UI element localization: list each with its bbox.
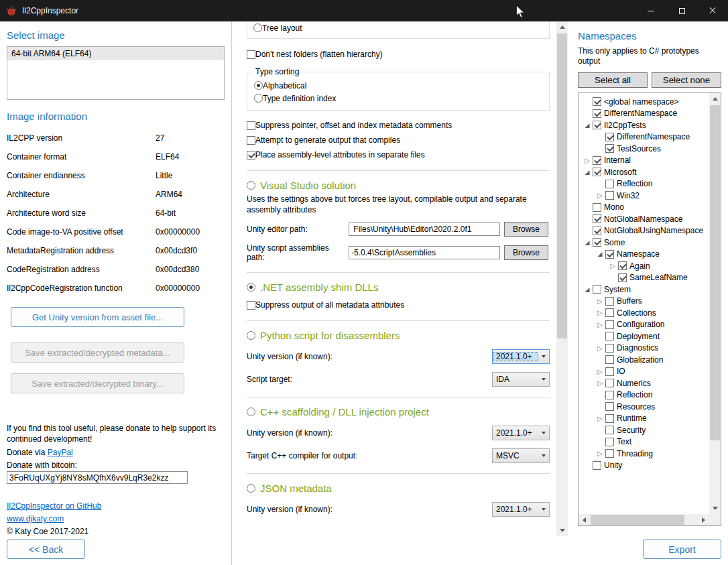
back-button[interactable]: << Back	[7, 540, 85, 559]
tree-checkbox[interactable]	[605, 414, 614, 423]
website-link[interactable]: www.djkaty.com	[7, 514, 64, 523]
tree-checkbox[interactable]	[605, 308, 614, 317]
tree-row[interactable]: System	[581, 284, 709, 296]
tree-checkbox[interactable]	[593, 203, 601, 212]
scroll-down-button[interactable]	[709, 503, 721, 514]
tree-row[interactable]: Security	[581, 424, 709, 436]
tree-row[interactable]: Microsoft	[581, 166, 709, 178]
tree-checkbox[interactable]	[605, 144, 614, 153]
scrollbar-thumb[interactable]	[557, 34, 567, 338]
python-unity-version-select[interactable]: 2021.1.0+	[492, 349, 550, 364]
tree-checkbox[interactable]	[605, 344, 614, 353]
tree-row[interactable]: SameLeafName	[581, 272, 709, 284]
type-sorting-option[interactable]: Alphabetical	[254, 79, 542, 92]
tree-row[interactable]: Win32	[581, 190, 709, 202]
checkbox[interactable]	[247, 136, 255, 145]
expander-icon[interactable]	[595, 297, 605, 306]
minimize-button[interactable]	[635, 0, 666, 21]
radio-button[interactable]	[254, 81, 263, 90]
export-button[interactable]: Export	[643, 540, 721, 559]
expander-icon[interactable]	[595, 191, 605, 200]
tree-row[interactable]: Threading	[581, 448, 709, 460]
unity-editor-path-field[interactable]	[349, 223, 500, 236]
tree-row[interactable]: Namespace	[581, 249, 709, 261]
tree-checkbox[interactable]	[593, 461, 601, 470]
tree-row[interactable]: Collections	[581, 307, 709, 319]
radio-button[interactable]	[254, 94, 263, 103]
tree-checkbox[interactable]	[605, 367, 614, 376]
json-metadata-radio[interactable]	[247, 484, 255, 493]
tree-row[interactable]: TestSources	[581, 143, 709, 155]
tree-checkbox[interactable]	[593, 227, 601, 235]
tree-row[interactable]: Some	[581, 237, 709, 249]
checkbox[interactable]	[247, 151, 255, 160]
expander-icon[interactable]	[595, 367, 605, 376]
browse-editor-path-button[interactable]: Browse	[504, 222, 548, 237]
scroll-left-button[interactable]	[579, 514, 590, 525]
expander-icon[interactable]	[595, 414, 605, 423]
scrollbar-thumb[interactable]	[591, 515, 684, 525]
tree-checkbox[interactable]	[605, 449, 614, 458]
tree-checkbox[interactable]	[605, 191, 614, 200]
select-all-button[interactable]: Select all	[578, 72, 648, 88]
option-checkbox-row[interactable]: Place assembly-level attributes in separ…	[247, 149, 550, 160]
option-checkbox-row[interactable]: Attempt to generate output that compiles	[247, 135, 550, 145]
tree-checkbox[interactable]	[605, 250, 614, 259]
expander-icon[interactable]	[607, 261, 618, 270]
expander-icon[interactable]	[582, 168, 593, 177]
expander-icon[interactable]	[595, 344, 605, 353]
flatten-hierarchy-checkbox-row[interactable]: Don't nest folders (flatten hierarchy)	[247, 49, 550, 60]
tree-checkbox[interactable]	[605, 320, 614, 329]
tree-row[interactable]: Runtime	[581, 413, 709, 425]
tree-checkbox[interactable]	[593, 156, 601, 165]
maximize-button[interactable]	[666, 0, 697, 21]
tree-row[interactable]: Numerics	[581, 377, 709, 389]
tree-checkbox[interactable]	[605, 379, 614, 387]
middle-scrollbar[interactable]	[556, 21, 568, 536]
suppress-metadata-attributes-row[interactable]: Suppress output of all metadata attribut…	[247, 300, 550, 310]
tree-checkbox[interactable]	[605, 297, 614, 306]
script-assemblies-path-field[interactable]	[349, 246, 500, 259]
tree-row[interactable]: Again	[581, 260, 709, 272]
option-checkbox-row[interactable]: Suppress pointer, offset and index metad…	[247, 120, 550, 131]
tree-row[interactable]: Internal	[581, 155, 709, 167]
tree-checkbox[interactable]	[618, 261, 627, 270]
tree-horizontal-scrollbar[interactable]	[579, 514, 709, 525]
tree-row[interactable]: NotGlobalNamespace	[581, 213, 709, 225]
expander-icon[interactable]	[595, 249, 605, 259]
scroll-down-button[interactable]	[556, 525, 568, 536]
expander-icon[interactable]	[582, 238, 593, 247]
tree-checkbox[interactable]	[605, 402, 614, 411]
scroll-up-button[interactable]	[709, 93, 721, 105]
tree-row[interactable]: <global namespace>	[581, 96, 709, 108]
vs-solution-radio[interactable]	[247, 181, 255, 190]
checkbox[interactable]	[247, 121, 255, 130]
github-link[interactable]: Il2CppInspector on GitHub	[7, 501, 101, 511]
tree-row[interactable]: NotGlobalUsingNamespace	[581, 225, 709, 237]
tree-row[interactable]: Resources	[581, 401, 709, 413]
scroll-right-button[interactable]	[698, 514, 709, 525]
close-button[interactable]	[697, 0, 728, 21]
tree-row[interactable]: Buffers	[581, 296, 709, 308]
expander-icon[interactable]	[582, 285, 593, 294]
expander-icon[interactable]	[582, 156, 593, 165]
tree-checkbox[interactable]	[593, 109, 601, 118]
tree-row[interactable]: Deployment	[581, 330, 709, 342]
expander-icon[interactable]	[595, 308, 605, 317]
tree-checkbox[interactable]	[605, 332, 614, 340]
tree-checkbox[interactable]	[593, 97, 601, 106]
select-none-button[interactable]: Select none	[652, 72, 721, 88]
expander-icon[interactable]	[595, 320, 605, 329]
paypal-link[interactable]: PayPal	[48, 448, 73, 457]
cpp-scaffolding-radio[interactable]	[247, 407, 255, 416]
tree-row[interactable]: Reflection	[581, 178, 709, 190]
flatten-hierarchy-checkbox[interactable]	[247, 50, 255, 59]
tree-checkbox[interactable]	[605, 438, 614, 446]
python-script-radio[interactable]	[247, 331, 255, 340]
tree-checkbox[interactable]	[593, 214, 601, 223]
tree-checkbox[interactable]	[605, 355, 614, 364]
tree-row[interactable]: Configuration	[581, 319, 709, 331]
tree-checkbox[interactable]	[605, 133, 614, 141]
expander-icon[interactable]	[595, 449, 605, 458]
tree-checkbox[interactable]	[593, 121, 601, 129]
